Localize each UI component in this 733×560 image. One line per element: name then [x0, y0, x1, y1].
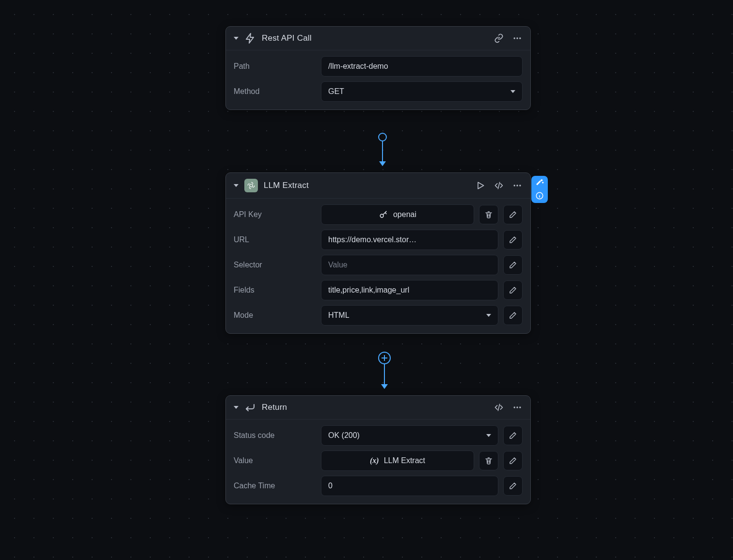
field-row-apikey: API Key openai	[234, 204, 523, 225]
node-header[interactable]: Return	[226, 396, 530, 420]
cache-label: Cache Time	[234, 482, 316, 490]
play-icon[interactable]	[475, 180, 486, 191]
selector-label: Selector	[234, 261, 316, 269]
url-label: URL	[234, 235, 316, 244]
pencil-icon	[509, 456, 517, 465]
delete-button[interactable]	[479, 205, 498, 224]
node-title: Return	[262, 403, 488, 412]
svg-point-4	[250, 184, 253, 187]
svg-point-10	[516, 406, 518, 408]
edit-button[interactable]	[503, 255, 523, 275]
path-input[interactable]: /llm-extract-demo	[321, 56, 523, 77]
arrow-down-icon	[379, 161, 386, 166]
status-select[interactable]: OK (200)	[321, 425, 498, 446]
trash-icon	[484, 456, 493, 465]
pencil-icon	[509, 311, 517, 320]
workflow-canvas[interactable]: Rest API Call Path /llm-extract-demo Met…	[0, 0, 733, 560]
collapse-caret-icon[interactable]	[234, 37, 239, 40]
arrow-down-icon	[381, 384, 388, 389]
fields-input[interactable]: title,price,link,image_url	[321, 280, 498, 300]
edit-button[interactable]	[503, 205, 523, 224]
pencil-icon	[509, 261, 517, 269]
mode-label: Mode	[234, 311, 316, 320]
pencil-icon	[509, 286, 517, 295]
node-title: LLM Extract	[264, 181, 469, 190]
url-input[interactable]: https://demo.vercel.stor…	[321, 230, 498, 250]
mode-select[interactable]: HTML	[321, 305, 498, 326]
more-menu-icon[interactable]	[512, 33, 523, 44]
variable-icon: (x)	[370, 456, 379, 465]
info-icon[interactable]	[535, 191, 544, 200]
chevron-down-icon	[486, 434, 491, 437]
svg-point-6	[516, 185, 518, 186]
chevron-down-icon	[486, 314, 491, 317]
node-title: Rest API Call	[262, 33, 488, 43]
connector	[378, 133, 387, 166]
pencil-icon	[509, 482, 517, 490]
svg-point-11	[519, 406, 521, 408]
magic-wand-icon[interactable]	[535, 179, 544, 187]
cache-input[interactable]: 0	[321, 476, 498, 496]
edit-button[interactable]	[503, 451, 523, 470]
status-label: Status code	[234, 431, 316, 440]
value-label: Value	[234, 456, 316, 465]
collapse-caret-icon[interactable]	[234, 184, 239, 187]
node-llm-extract[interactable]: LLM Extract API Key openai	[225, 172, 531, 334]
svg-point-9	[514, 406, 515, 408]
method-select[interactable]: GET	[321, 81, 523, 102]
field-row-value: Value (x) LLM Extract	[234, 451, 523, 471]
pencil-icon	[509, 235, 517, 244]
pencil-icon	[509, 210, 517, 219]
field-row-url: URL https://demo.vercel.stor…	[234, 230, 523, 250]
svg-point-0	[514, 37, 515, 39]
edit-button[interactable]	[503, 426, 523, 445]
edit-button[interactable]	[503, 306, 523, 325]
bolt-icon	[244, 32, 256, 44]
connector	[378, 352, 391, 389]
edit-button[interactable]	[503, 280, 523, 300]
link-icon[interactable]	[494, 33, 504, 44]
field-row-status: Status code OK (200)	[234, 425, 523, 446]
trash-icon	[484, 210, 493, 219]
method-label: Method	[234, 87, 316, 96]
svg-point-2	[519, 37, 521, 39]
node-rest-api-call[interactable]: Rest API Call Path /llm-extract-demo Met…	[225, 26, 531, 110]
field-row-mode: Mode HTML	[234, 305, 523, 326]
connector-handle-icon[interactable]	[378, 133, 387, 141]
pencil-icon	[509, 431, 517, 440]
field-row-path: Path /llm-extract-demo	[234, 56, 523, 77]
fields-label: Fields	[234, 286, 316, 295]
node-return[interactable]: Return Status code OK (200)	[225, 395, 531, 504]
ai-side-actions[interactable]	[531, 176, 548, 203]
chevron-down-icon	[510, 90, 515, 93]
code-icon[interactable]	[494, 402, 504, 413]
node-header[interactable]: Rest API Call	[226, 27, 530, 50]
code-icon[interactable]	[494, 180, 504, 191]
field-row-selector: Selector Value	[234, 255, 523, 275]
path-label: Path	[234, 62, 316, 71]
svg-point-1	[516, 37, 518, 39]
selector-input[interactable]: Value	[321, 255, 498, 275]
more-menu-icon[interactable]	[512, 402, 523, 413]
edit-button[interactable]	[503, 230, 523, 249]
svg-point-5	[514, 185, 515, 186]
add-node-button[interactable]	[378, 352, 391, 364]
apikey-label: API Key	[234, 210, 316, 219]
return-icon	[244, 402, 256, 413]
field-row-fields: Fields title,price,link,image_url	[234, 280, 523, 300]
apikey-select[interactable]: openai	[321, 204, 474, 225]
more-menu-icon[interactable]	[512, 180, 523, 191]
openai-logo-icon	[244, 179, 258, 192]
svg-point-7	[519, 185, 521, 186]
edit-button[interactable]	[503, 476, 523, 496]
field-row-cache: Cache Time 0	[234, 476, 523, 496]
field-row-method: Method GET	[234, 81, 523, 102]
node-header[interactable]: LLM Extract	[226, 173, 530, 199]
value-ref[interactable]: (x) LLM Extract	[321, 451, 474, 471]
collapse-caret-icon[interactable]	[234, 406, 239, 409]
delete-button[interactable]	[479, 451, 498, 470]
key-icon	[379, 210, 388, 219]
